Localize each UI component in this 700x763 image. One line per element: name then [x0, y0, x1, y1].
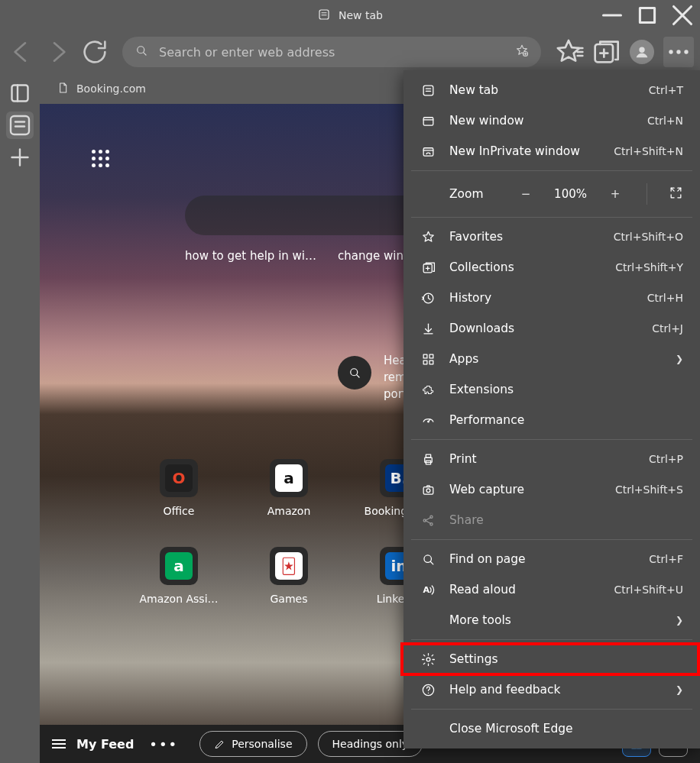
menu-shortcut: Ctrl+J — [652, 322, 683, 335]
quick-link[interactable]: 🃏Games — [266, 547, 312, 605]
quick-link-label: Amazon Assi… — [139, 593, 218, 605]
newtab-icon — [420, 83, 436, 98]
menu-item-new-inprivate-window[interactable]: New InPrivate windowCtrl+Shift+N — [403, 136, 700, 167]
svg-point-20 — [639, 47, 644, 53]
svg-point-22 — [676, 50, 680, 53]
menu-item-label: Share — [449, 513, 683, 527]
menu-item-label: New tab — [449, 83, 635, 97]
favorite-add-icon[interactable] — [515, 44, 529, 60]
menu-item-help-and-feedback[interactable]: Help and feedback❯ — [403, 674, 700, 705]
svg-rect-59 — [429, 360, 433, 364]
menu-shortcut: Ctrl+N — [647, 115, 683, 127]
apps-launcher-icon[interactable] — [92, 150, 113, 171]
zoom-out-button[interactable]: − — [516, 187, 536, 201]
back-button[interactable] — [6, 37, 37, 67]
svg-line-8 — [144, 53, 146, 55]
browser-menu: New tabCtrl+TNew windowCtrl+NNew InPriva… — [403, 70, 700, 748]
svg-rect-43 — [423, 117, 433, 124]
new-tab-button[interactable] — [6, 144, 34, 171]
profile-button[interactable] — [627, 37, 657, 67]
tab[interactable]: Booking.com — [46, 76, 157, 101]
collections-button[interactable] — [590, 37, 621, 67]
menu-item-label: Help and feedback — [449, 683, 662, 697]
refresh-button[interactable] — [79, 37, 110, 67]
menu-item-new-window[interactable]: New windowCtrl+N — [403, 105, 700, 136]
menu-item-print[interactable]: PrintCtrl+P — [403, 444, 700, 474]
weather-search-icon[interactable] — [338, 356, 371, 390]
menu-item-label: New InPrivate window — [449, 144, 600, 158]
tab-actions-button[interactable] — [6, 79, 34, 107]
svg-rect-57 — [429, 354, 433, 358]
current-tab-button[interactable] — [6, 112, 34, 139]
perf-icon — [420, 413, 436, 428]
svg-rect-45 — [423, 147, 433, 155]
quick-link-label: Amazon — [267, 505, 311, 517]
minimize-button[interactable] — [595, 0, 630, 31]
menu-shortcut: Ctrl+Shift+S — [615, 483, 683, 496]
feed-menu-icon[interactable] — [52, 739, 66, 748]
menu-item-settings[interactable]: Settings — [403, 644, 700, 674]
favorites-button[interactable] — [553, 37, 584, 67]
fullscreen-button[interactable] — [669, 186, 683, 203]
capture-icon — [420, 483, 436, 497]
menu-item-collections[interactable]: CollectionsCtrl+Shift+Y — [403, 252, 700, 283]
menu-item-more-tools[interactable]: More tools❯ — [403, 605, 700, 635]
page-icon — [57, 82, 69, 96]
menu-shortcut: Ctrl+Shift+U — [614, 584, 683, 596]
quick-link[interactable]: aAmazon — [266, 459, 312, 517]
menu-item-close-microsoft-edge[interactable]: Close Microsoft Edge — [403, 713, 700, 744]
zoom-value: 100% — [554, 187, 587, 201]
menu-item-share: Share — [403, 505, 700, 535]
quick-link[interactable]: OOffice — [156, 459, 202, 517]
personalise-button[interactable]: Personalise — [199, 731, 306, 757]
address-bar[interactable] — [122, 37, 541, 67]
zoom-in-button[interactable]: + — [605, 187, 625, 201]
chevron-right-icon: ❯ — [676, 354, 683, 364]
menu-shortcut: Ctrl+F — [649, 553, 683, 565]
menu-item-extensions[interactable]: Extensions — [403, 374, 700, 405]
more-menu-button[interactable] — [663, 37, 694, 67]
quick-link[interactable]: aAmazon Assi… — [156, 547, 202, 605]
feed-title: My Feed — [76, 737, 134, 752]
menu-item-downloads[interactable]: DownloadsCtrl+J — [403, 313, 700, 344]
close-window-button[interactable] — [665, 0, 700, 31]
menu-item-find-on-page[interactable]: Find on pageCtrl+F — [403, 544, 700, 574]
menu-item-history[interactable]: HistoryCtrl+H — [403, 283, 700, 313]
ext-icon — [420, 383, 436, 397]
tab-label: Booking.com — [76, 82, 146, 95]
page-favicon-icon — [317, 8, 331, 24]
menu-shortcut: Ctrl+P — [649, 453, 683, 465]
menu-item-label: Web capture — [449, 483, 601, 496]
search-suggestions: how to get help in wi… change windows — [185, 249, 433, 263]
svg-point-21 — [669, 50, 672, 53]
help-icon — [420, 683, 436, 697]
quick-link-label: Games — [271, 593, 308, 605]
menu-item-label: Performance — [449, 413, 683, 427]
menu-item-label: Settings — [449, 652, 683, 666]
suggestion-link[interactable]: how to get help in wi… — [185, 249, 316, 263]
menu-item-apps[interactable]: Apps❯ — [403, 344, 700, 374]
svg-rect-65 — [423, 487, 433, 494]
menu-item-favorites[interactable]: FavoritesCtrl+Shift+O — [403, 221, 700, 252]
svg-point-67 — [423, 519, 426, 521]
menu-shortcut: Ctrl+H — [647, 292, 683, 304]
svg-rect-4 — [640, 8, 654, 22]
menu-shortcut: Ctrl+Shift+O — [614, 231, 683, 243]
menu-item-label: Apps — [449, 352, 662, 366]
find-icon — [420, 552, 436, 567]
menu-item-label: Favorites — [449, 230, 600, 244]
maximize-button[interactable] — [630, 0, 665, 31]
menu-shortcut: Ctrl+Shift+N — [614, 145, 683, 157]
menu-item-new-tab[interactable]: New tabCtrl+T — [403, 75, 700, 105]
svg-point-68 — [429, 516, 432, 518]
address-input[interactable] — [159, 45, 504, 60]
svg-point-75 — [427, 692, 428, 693]
menu-item-read-aloud[interactable]: ARead aloudCtrl+Shift+U — [403, 574, 700, 605]
menu-item-web-capture[interactable]: Web captureCtrl+Shift+S — [403, 474, 700, 505]
svg-point-23 — [684, 50, 688, 53]
menu-item-performance[interactable]: Performance — [403, 405, 700, 435]
feed-more-icon[interactable]: ••• — [149, 736, 178, 752]
settings-icon — [420, 652, 436, 667]
menu-zoom-row: Zoom−100%+ — [403, 175, 700, 213]
forward-button[interactable] — [43, 37, 73, 67]
